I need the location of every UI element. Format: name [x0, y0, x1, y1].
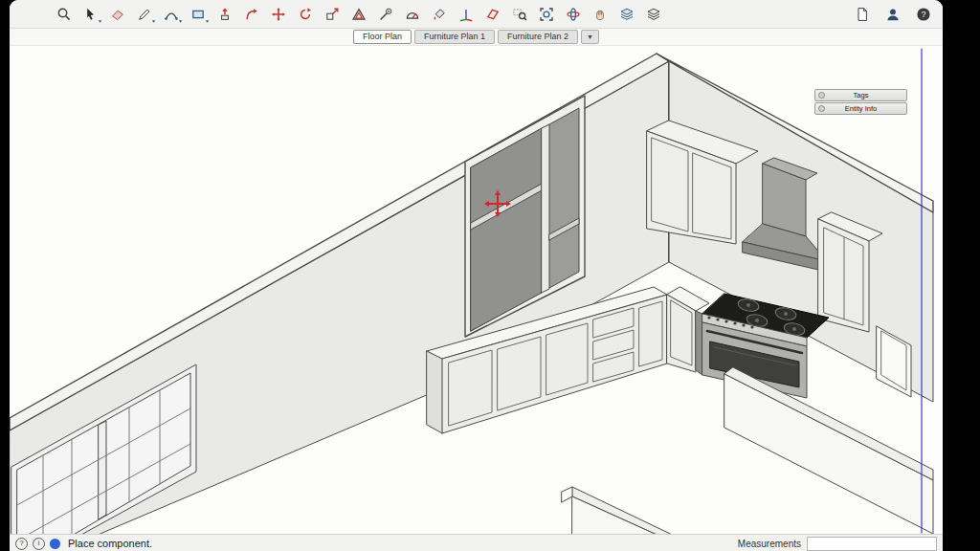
zoom-extents-icon	[539, 7, 554, 22]
axes-tool-button[interactable]	[454, 3, 478, 26]
shape-tool-button[interactable]: ▼	[186, 3, 210, 26]
document-icon	[855, 7, 870, 22]
component-status-icon	[50, 539, 60, 549]
select-tool-button[interactable]: ▼	[78, 3, 102, 26]
panel-tray: Tags Entity Info	[814, 89, 907, 116]
svg-text:?: ?	[921, 10, 925, 19]
toolbar-right-group: ?	[850, 0, 935, 29]
pan-hand-icon	[592, 7, 608, 22]
tab-furniture-plan-2[interactable]: Furniture Plan 2	[498, 30, 578, 44]
tape-measure-tool-button[interactable]	[373, 3, 397, 26]
orbit-tool-button[interactable]	[561, 3, 585, 26]
zoom-window-tool-button[interactable]	[507, 3, 531, 26]
help-circle-icon[interactable]: ?	[15, 538, 28, 550]
info-circle-icon[interactable]: i	[33, 538, 45, 550]
push-pull-tool-button[interactable]	[212, 3, 236, 26]
protractor-tool-button[interactable]	[400, 3, 424, 26]
paint-bucket-icon	[432, 7, 447, 22]
tray-tags-label: Tags	[815, 92, 906, 99]
arc-icon	[164, 7, 179, 22]
help-circle-icon: ?	[916, 7, 931, 22]
rotate-icon	[298, 7, 313, 22]
chevron-down-icon: ▼	[98, 19, 102, 24]
zoom-extents-tool-button[interactable]	[534, 3, 558, 26]
arc-tool-button[interactable]: ▼	[159, 3, 183, 26]
paint-bucket-tool-button[interactable]	[427, 3, 451, 26]
eraser-icon	[110, 7, 125, 22]
chevron-down-icon: ▼	[205, 19, 210, 24]
sketchup-window: ▼ ▼ ▼ ▼ ? Floor Plan Furniture Plan 1 Fu…	[10, 0, 943, 551]
help-button[interactable]: ?	[911, 3, 935, 26]
move-icon	[271, 7, 286, 22]
status-bar: ? i Place component. Measurements	[10, 534, 943, 551]
pan-tool-button[interactable]	[588, 3, 612, 26]
layers-panel-button[interactable]	[641, 3, 665, 26]
axes-icon	[458, 7, 474, 22]
collapse-dot-icon	[818, 105, 825, 112]
new-file-button[interactable]	[850, 3, 874, 26]
tab-floor-plan[interactable]: Floor Plan	[353, 30, 412, 44]
zoom-window-icon	[512, 7, 527, 22]
section-plane-tool-button[interactable]	[480, 3, 504, 26]
orbit-icon	[566, 7, 581, 22]
model-viewport[interactable]: Tags Entity Info	[10, 46, 943, 534]
measurements-group: Measurements	[738, 537, 937, 551]
chevron-down-icon: ▼	[178, 19, 183, 24]
tray-tags[interactable]: Tags	[814, 89, 907, 101]
line-tool-button[interactable]: ▼	[132, 3, 156, 26]
offset-tool-button[interactable]	[346, 3, 370, 26]
section-plane-icon	[485, 7, 501, 22]
follow-me-icon	[244, 7, 259, 22]
tab-furniture-plan-1[interactable]: Furniture Plan 1	[414, 30, 495, 44]
zoom-tool-button[interactable]	[52, 3, 76, 26]
status-message: Place component.	[68, 538, 152, 549]
rectangle-icon	[190, 7, 206, 22]
scale-icon	[324, 7, 340, 22]
pencil-icon	[137, 7, 152, 22]
main-toolbar: ▼ ▼ ▼ ▼ ?	[10, 0, 943, 29]
styles-layers-icon	[619, 7, 635, 22]
layers-icon	[646, 7, 661, 22]
follow-me-tool-button[interactable]	[239, 3, 263, 26]
model-scene[interactable]	[10, 46, 943, 534]
account-button[interactable]	[880, 3, 904, 26]
tray-entity-info[interactable]: Entity Info	[814, 102, 907, 115]
rotate-tool-button[interactable]	[293, 3, 317, 26]
tray-entity-info-label: Entity Info	[815, 105, 906, 113]
chevron-down-icon: ▼	[151, 19, 156, 24]
scene-tabs: Floor Plan Furniture Plan 1 Furniture Pl…	[10, 29, 943, 46]
scale-tool-button[interactable]	[320, 3, 344, 26]
protractor-icon	[405, 7, 420, 22]
offset-icon	[351, 7, 367, 22]
collapse-dot-icon	[818, 92, 825, 99]
styles-panel-button[interactable]	[614, 3, 638, 26]
eraser-tool-button[interactable]	[105, 3, 129, 26]
person-icon	[885, 7, 901, 22]
measurements-input[interactable]	[807, 537, 937, 551]
select-arrow-icon	[83, 7, 99, 22]
push-pull-icon	[217, 7, 233, 22]
measurements-label: Measurements	[738, 539, 801, 549]
tabs-overflow-button[interactable]: ▼	[581, 30, 599, 44]
move-tool-button[interactable]	[266, 3, 290, 26]
zoom-icon	[56, 7, 72, 22]
partition-walls[interactable]	[562, 367, 933, 534]
tape-measure-icon	[378, 7, 393, 22]
